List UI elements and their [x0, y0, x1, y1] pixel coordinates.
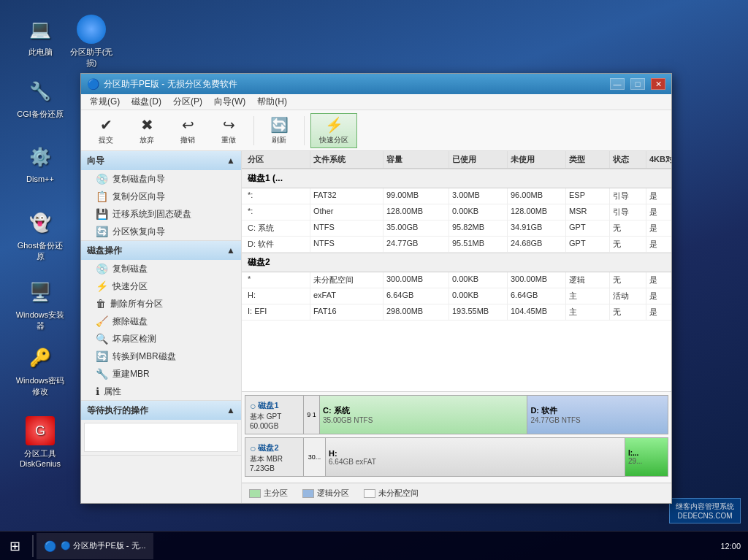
sidebar-copy-partition[interactable]: 📋 复制分区向导 [81, 188, 241, 205]
disk2-visual: ○ 磁盘2 基本 MBR 7.23GB 30... H: [245, 437, 668, 477]
recovery-label: 分区恢复向导 [112, 226, 165, 238]
undo-button[interactable]: ↩ 撤销 [169, 113, 207, 148]
cell: NTFS [310, 220, 383, 236]
legend-primary-label: 主分区 [264, 488, 288, 499]
disk1-d-partition[interactable]: D: 软件 24.77GB NTFS [527, 396, 668, 434]
cell: 引导 [610, 204, 646, 220]
desktop-icon-cgi[interactable]: 🔧 CGI备份还原 [15, 77, 66, 120]
close-button[interactable]: ✕ [651, 78, 665, 90]
sidebar-copy-disk2[interactable]: 💿 复制磁盘 [81, 260, 241, 277]
redo-button[interactable]: ↪ 重做 [210, 113, 248, 148]
desktop-icon-dism[interactable]: ⚙️ Dism++ [15, 142, 66, 183]
cell: 是 [646, 204, 671, 220]
sidebar-pending-header[interactable]: 等待执行的操作 ▲ [81, 401, 241, 420]
cell: FAT16 [310, 304, 383, 320]
disk2-h-partition[interactable]: H: 6.64GB exFAT [326, 438, 625, 476]
maximize-button[interactable]: □ [630, 78, 645, 90]
sidebar-properties[interactable]: ℹ 属性 [81, 383, 241, 400]
menu-help[interactable]: 帮助(H) [251, 94, 293, 110]
disk1-c-partition[interactable]: C: 系统 35.00GB NTFS [320, 396, 527, 434]
disk-ops-title: 磁盘操作 [87, 245, 122, 257]
copy-disk-icon: 💿 [96, 173, 108, 185]
cgi-icon: 🔧 [26, 77, 55, 106]
rebuild-mbr-label: 重建MBR [112, 368, 150, 380]
menu-disk[interactable]: 磁盘(D) [126, 94, 167, 110]
desktop-icon-windows-installer[interactable]: 🖥️ Windows安装器 [15, 277, 66, 331]
sidebar-bad-sector[interactable]: 🔍 坏扇区检测 [81, 330, 241, 348]
cell: I: EFI [245, 304, 310, 320]
sidebar-wizard-header[interactable]: 向导 ▲ [81, 151, 241, 170]
table-row[interactable]: C: 系统 NTFS 35.00GB 95.82MB 34.91GB GPT 无… [242, 220, 671, 237]
table-row[interactable]: H: exFAT 6.64GB 0.00KB 6.64GB 主 活动 是 [242, 288, 671, 304]
bad-sector-label: 坏扇区检测 [112, 333, 156, 345]
menu-wizard[interactable]: 向导(W) [208, 94, 251, 110]
submit-button[interactable]: ✔ 提交 [87, 113, 125, 148]
refresh-button[interactable]: 🔄 刷新 [260, 113, 298, 148]
disk1-small-parts[interactable]: 9 1 [304, 396, 320, 434]
taskbar-app-button[interactable]: 🔵 🔵 分区助手PE版 - 无... [37, 533, 153, 559]
cell: 96.00MB [508, 188, 566, 204]
col-type: 类型 [566, 151, 610, 168]
sidebar-migrate-ssd[interactable]: 💾 迁移系统到固态硬盘 [81, 205, 241, 223]
sidebar-quick-partition[interactable]: ⚡ 快速分区 [81, 277, 241, 295]
cell: 是 [646, 237, 671, 252]
table-row[interactable]: D: 软件 NTFS 24.77GB 95.51MB 24.68GB GPT 无… [242, 237, 671, 253]
d-name: D: 软件 [530, 405, 665, 416]
cell: D: 软件 [245, 237, 310, 252]
ghost-icon: 👻 [26, 208, 55, 237]
cell: 95.51MB [449, 237, 508, 252]
legend-bar: 主分区 逻辑分区 未分配空间 [242, 483, 671, 503]
desktop-icon-ghost[interactable]: 👻 Ghost备份还原 [15, 208, 66, 262]
cell: 298.00MB [383, 304, 449, 320]
collapse-icon2: ▲ [226, 245, 235, 256]
sidebar-to-mbr[interactable]: 🔄 转换到MBR磁盘 [81, 348, 241, 365]
disk1-label-box: ○ 磁盘1 基本 GPT 60.00GB [245, 396, 304, 434]
sidebar-rebuild-mbr[interactable]: 🔧 重建MBR [81, 365, 241, 383]
desktop-icon-my-computer[interactable]: 💻 此电脑 [15, 15, 66, 58]
disk2-label-box: ○ 磁盘2 基本 MBR 7.23GB [245, 438, 304, 476]
cell: 是 [646, 288, 671, 304]
col-capacity: 容量 [383, 151, 449, 168]
desktop-icon-partition-assistant[interactable]: 分区助手(无损) [66, 15, 117, 69]
disk2-unalloc[interactable]: 30... [304, 438, 326, 476]
menu-partition[interactable]: 分区(P) [167, 94, 208, 110]
sidebar-delete-all[interactable]: 🗑 删除所有分区 [81, 295, 241, 312]
toolbar: ✔ 提交 ✖ 放弃 ↩ 撤销 ↪ 重做 🔄 刷新 ⚡ 快速分区 [81, 110, 671, 151]
table-row[interactable]: *: Other 128.00MB 0.00KB 128.00MB MSR 引导… [242, 204, 671, 220]
sidebar-recovery[interactable]: 🔄 分区恢复向导 [81, 223, 241, 240]
cell: 无 [610, 272, 646, 288]
copy-disk2-label: 复制磁盘 [112, 263, 148, 275]
minimize-button[interactable]: — [610, 78, 625, 90]
table-row[interactable]: *: FAT32 99.00MB 3.00MB 96.00MB ESP 引导 是 [242, 188, 671, 204]
cell: 0.00KB [449, 204, 508, 220]
disk2-label: 磁盘2 [248, 257, 270, 267]
menu-normal[interactable]: 常规(G) [84, 94, 126, 110]
sidebar-copy-disk[interactable]: 💿 复制磁盘向导 [81, 170, 241, 188]
cell: 未分配空间 [310, 272, 383, 288]
disk2-i-partition[interactable]: I:... 29... [625, 438, 668, 476]
legend-unallocated: 未分配空间 [364, 488, 419, 499]
desktop-icon-diskgenius[interactable]: G 分区工具DiskGenius [15, 416, 66, 468]
cell: H: [245, 288, 310, 304]
cell: 主 [566, 304, 610, 320]
cell: FAT32 [310, 188, 383, 204]
disk-visuals: ○ 磁盘1 基本 GPT 60.00GB 9 1 C: 系统 [242, 391, 671, 483]
table-row[interactable]: I: EFI FAT16 298.00MB 193.55MB 104.45MB … [242, 304, 671, 321]
cell: 34.91GB [508, 220, 566, 236]
quick-partition-button[interactable]: ⚡ 快速分区 [310, 113, 357, 148]
sidebar-disk-ops-header[interactable]: 磁盘操作 ▲ [81, 241, 241, 260]
discard-button[interactable]: ✖ 放弃 [128, 113, 166, 148]
desktop-icon-password[interactable]: 🔑 Windows密码修改 [15, 343, 66, 397]
small-part-label: 9 1 [307, 411, 316, 418]
table-row[interactable]: * 未分配空间 300.00MB 0.00KB 300.00MB 逻辑 无 是 [242, 272, 671, 288]
cell: 6.64GB [508, 288, 566, 304]
watermark-line2: DEDECNS.COM [676, 512, 734, 520]
cell: 3.00MB [449, 188, 508, 204]
windows-installer-icon: 🖥️ [26, 277, 55, 307]
cell: 引导 [610, 188, 646, 204]
cell: 24.68GB [508, 237, 566, 252]
sidebar-wipe[interactable]: 🧹 擦除磁盘 [81, 312, 241, 330]
cell: 24.77GB [383, 237, 449, 252]
pending-title: 等待执行的操作 [87, 404, 148, 417]
start-button[interactable]: ⊞ [0, 532, 29, 561]
